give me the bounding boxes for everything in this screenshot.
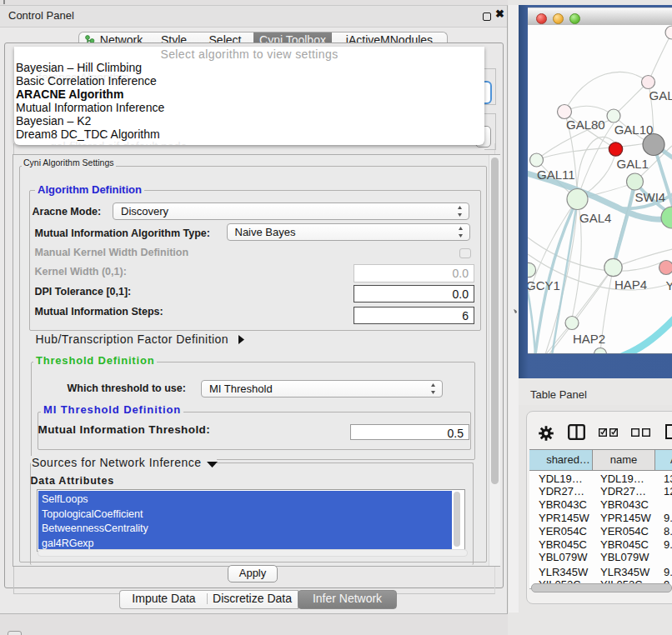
svg-text:Y: Y (666, 278, 672, 292)
svg-text:GAL1: GAL1 (617, 157, 649, 171)
svg-text:GAL80: GAL80 (566, 118, 605, 132)
svg-text:HAP4: HAP4 (614, 278, 647, 292)
svg-text:GCY1: GCY1 (528, 278, 560, 292)
svg-text:HAP2: HAP2 (573, 332, 605, 346)
svg-text:GAL11: GAL11 (537, 168, 575, 182)
svg-text:GAL2: GAL2 (649, 88, 672, 102)
svg-text:GAL4: GAL4 (579, 211, 611, 225)
svg-text:GAL10: GAL10 (614, 122, 654, 137)
svg-text:SWI4: SWI4 (635, 190, 666, 204)
